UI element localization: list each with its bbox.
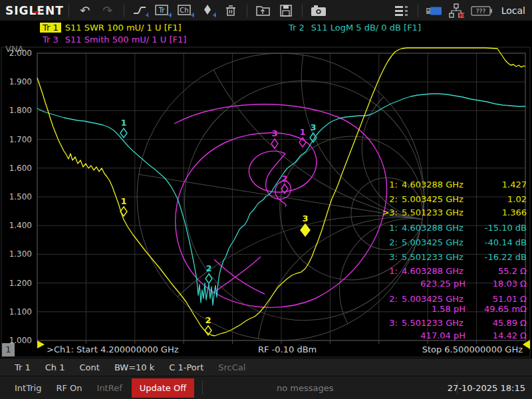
marker-frequency: 5.501233 GHz [402, 317, 464, 330]
message-area: no messages [277, 383, 334, 393]
y-axis-label: 1.500 [1, 192, 32, 202]
readout-swr-row: 2:5.003425 GHz1.02 [372, 193, 527, 206]
status-tr-1[interactable]: Tr 1 [15, 362, 31, 372]
rf-power-label: RF -0.10 dBm [258, 344, 317, 354]
readout-logm-row: 3:5.501233 GHz-16.22 dB [372, 251, 527, 264]
readout-smith-subrow: 623.25 pH18.03 Ω [372, 277, 527, 291]
marker-frequency: 5.003425 GHz [402, 236, 464, 249]
marker-frequency: 5.003425 GHz [402, 193, 464, 206]
marker-frequency: 4.603288 GHz [402, 178, 464, 192]
channel-status-bar: Tr 1Ch 1ContBW=10 kC 1-PortSrcCal [0, 358, 532, 376]
readout-smith-row: 1:4.603288 GHz55.2 Ω [372, 265, 527, 278]
marker-value: 1.02 [507, 193, 527, 206]
readout-smith-row: 3:5.501233 GHz45.89 Ω [372, 317, 527, 330]
marker-frequency: 4.603288 GHz [402, 265, 464, 278]
channel-tab[interactable]: 1 [2, 343, 15, 356]
readout-swr-row: >3:5.501233 GHz1.366 [372, 206, 527, 219]
marker-number: 2: [372, 236, 398, 249]
marker-value: 1.427 [502, 178, 527, 192]
marker-label: 3 [302, 213, 308, 223]
marker-value: 14.42 Ω [493, 329, 527, 342]
readout-smith-subrow: 1.58 pH49.65 mΩ [372, 303, 527, 316]
ref-triangle-left [37, 340, 45, 348]
marker-frequency: 5.501233 GHz [402, 206, 464, 219]
marker-label: 3 [310, 122, 316, 132]
marker-value: 1.366 [502, 206, 527, 219]
system-status-bar: IntTrigRF OnIntRefUpdate Offno messages … [0, 376, 532, 399]
status-bw-10-k[interactable]: BW=10 k [114, 362, 154, 372]
marker-diamond-swr-1[interactable] [120, 207, 127, 216]
sweep-start-label: >Ch1: Start 4.200000000 GHz [47, 344, 179, 354]
marker-diamond-smith-3[interactable] [271, 139, 278, 148]
marker-number: >3: [372, 206, 398, 219]
y-axis-label: 1.600 [1, 163, 32, 174]
readout-swr-row: 1:4.603288 GHz1.427 [372, 178, 527, 192]
readout-smith-subrow: 417.04 pH14.42 Ω [372, 329, 527, 342]
marker-label: 1 [120, 196, 126, 206]
marker-value: 18.03 Ω [493, 277, 527, 291]
marker-value: 45.89 Ω [493, 317, 527, 330]
marker-number: 1: [372, 265, 398, 278]
status-rf-on[interactable]: RF On [56, 383, 82, 393]
marker-label: 2 [205, 263, 211, 273]
y-axis-label: 1.900 [1, 76, 32, 87]
status-inttrig[interactable]: IntTrig [15, 383, 41, 393]
marker-value: -40.14 dB [485, 236, 527, 249]
marker-diamond-logm-1[interactable] [120, 128, 127, 138]
y-axis-label: 1.700 [1, 134, 32, 145]
marker-number: 1: [372, 178, 398, 192]
marker-label: 1 [120, 118, 126, 128]
status-cont[interactable]: Cont [80, 362, 100, 372]
marker-value-secondary: 417.04 pH [420, 329, 466, 342]
y-axis-label: 1.800 [1, 105, 32, 116]
marker-label: 2 [205, 315, 211, 325]
y-axis-label: 1.200 [1, 278, 32, 289]
y-axis-label: 1.300 [1, 249, 32, 259]
marker-frequency: 4.603288 GHz [402, 221, 464, 235]
marker-label: 2 [281, 174, 287, 184]
status-ch-1[interactable]: Ch 1 [45, 362, 65, 372]
y-axis-label: 1.400 [1, 220, 32, 231]
sweep-stop-label: Stop 6.500000000 GHz [422, 344, 523, 354]
marker-value: -15.10 dB [485, 221, 527, 235]
readout-logm-row: 1:4.603288 GHz-15.10 dB [372, 221, 527, 235]
marker-number: 3: [372, 317, 398, 330]
marker-number: 2: [372, 193, 398, 206]
vna-screen: SIGLENT ↶ ↷ + Tr + Ch + + [0, 0, 532, 399]
status-c-1-port[interactable]: C 1-Port [169, 362, 203, 372]
readout-logm-row: 2:5.003425 GHz-40.14 dB [372, 236, 527, 249]
status-intref[interactable]: IntRef [97, 383, 122, 393]
marker-value: 55.2 Ω [498, 265, 527, 278]
y-axis-label: 1.100 [1, 307, 32, 317]
y-axis-label: 2.000 [1, 48, 32, 59]
marker-value-secondary: 623.25 pH [420, 277, 466, 291]
marker-value: -16.22 dB [485, 251, 527, 264]
marker-label: 3 [271, 128, 277, 138]
statusbar-separator [202, 381, 203, 394]
status-update-off[interactable]: Update Off [132, 378, 194, 398]
marker-value-secondary: 1.58 pH [432, 303, 466, 316]
marker-value: 49.65 mΩ [484, 303, 527, 316]
marker-number: 1: [372, 221, 398, 235]
datetime-label: 27-10-2025 18:15 [448, 383, 525, 393]
marker-label: 1 [299, 127, 305, 137]
marker-number: 3: [372, 251, 398, 264]
marker-frequency: 5.501233 GHz [402, 251, 464, 264]
status-srccal[interactable]: SrcCal [218, 362, 245, 372]
